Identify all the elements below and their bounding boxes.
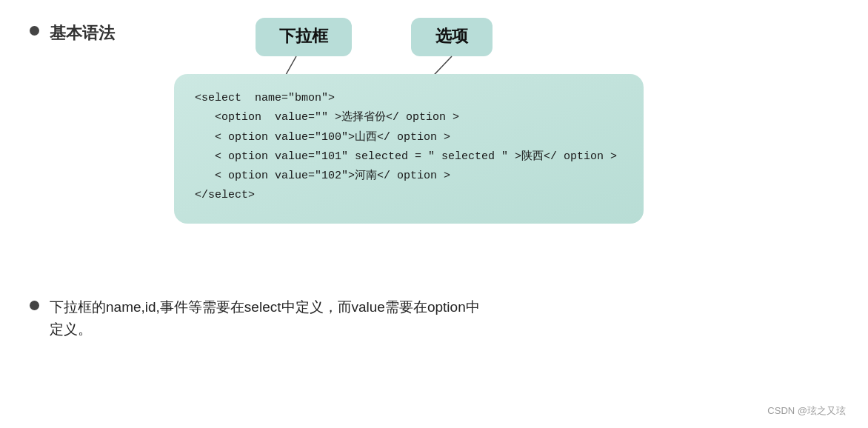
desc-text-content: 下拉框的name,id,事件等需要在select中定义，而value需要在opt… [50,299,480,337]
diagram-area: 下拉框 选项 默认选中 <select name="bmon"> <option… [130,15,796,267]
code-line-6: </select> [195,186,617,205]
section-basic-syntax: 基本语法 下拉框 选项 默认选中 [30,22,838,267]
code-line-3: < option value="100">山西</ option > [195,128,617,147]
page-container: 基本语法 下拉框 选项 默认选中 [0,0,868,428]
code-line-2: <option value="" >选择省份</ option > [195,108,617,127]
code-line-5: < option value="102">河南</ option > [195,167,617,186]
code-line-1: <select name="bmon"> [195,89,617,108]
svg-text:下拉框: 下拉框 [279,27,329,45]
code-block: <select name="bmon"> <option value="" >选… [174,74,644,224]
bullet-2 [30,301,39,310]
bullet-1 [30,26,39,36]
section-title: 基本语法 [50,22,115,44]
watermark-text: CSDN @玹之又玹 [767,405,846,416]
watermark: CSDN @玹之又玹 [767,404,846,418]
code-line-4: < option value="101" selected = " select… [195,147,617,167]
svg-text:选项: 选项 [435,27,469,45]
description-text: 下拉框的name,id,事件等需要在select中定义，而value需要在opt… [50,296,480,341]
section-desc: 下拉框的name,id,事件等需要在select中定义，而value需要在opt… [30,296,838,341]
